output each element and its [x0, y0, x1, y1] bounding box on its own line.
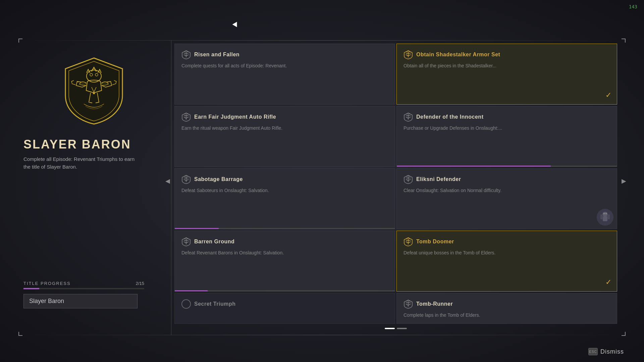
progress-bar-background: [23, 288, 144, 289]
triumph-eliksni-defender[interactable]: Eliksni Defender Clear Onslaught: Salvat…: [396, 168, 617, 229]
triumph-secret[interactable]: Secret Triumph: [174, 293, 395, 324]
triumph-description-text: Purchase or Upgrade Defenses in Onslaugh…: [404, 125, 610, 132]
triumph-header: Tomb Doomer: [404, 237, 610, 246]
triumph-title-text: Secret Triumph: [194, 301, 235, 307]
pagination: [174, 325, 617, 332]
page-dot-1[interactable]: [385, 328, 395, 329]
svg-point-24: [605, 213, 607, 215]
title-badge: Slayer Baron: [23, 294, 138, 308]
triumph-tomb-doomer[interactable]: Tomb Doomer Defeat unique bosses in the …: [396, 231, 617, 292]
triumph-title-text: Eliksni Defender: [416, 176, 461, 182]
triumph-seal-icon: [404, 299, 413, 309]
triumph-header: Risen and Fallen: [181, 50, 388, 59]
triumph-description-text: Clear Onslaught: Salvation on Normal dif…: [404, 187, 610, 194]
triumph-description-text: Defeat Saboteurs in Onslaught: Salvation…: [181, 187, 388, 194]
emblem-shield-icon: [62, 55, 126, 126]
triumph-header: Sabotage Barrage: [181, 175, 388, 184]
triumph-title-text: Tomb-Runner: [416, 301, 453, 307]
triumph-description-text: Defeat unique bosses in the Tomb of Elde…: [404, 250, 610, 256]
triumph-title-text: Risen and Fallen: [194, 52, 239, 58]
svg-point-3: [93, 92, 95, 94]
triumph-sabotage-barrage[interactable]: Sabotage Barrage Defeat Saboteurs in Ons…: [174, 168, 395, 229]
triumph-header: Eliksni Defender: [404, 175, 610, 184]
secret-triumph-icon: [181, 299, 191, 309]
triumph-seal-icon: [181, 50, 191, 59]
svg-rect-18: [603, 216, 607, 221]
fps-counter: 143: [629, 4, 637, 9]
triumph-obtain-shadestalker[interactable]: Obtain Shadestalker Armor Set Obtain all…: [396, 44, 617, 105]
scroll-left-arrow[interactable]: ◀: [164, 174, 171, 188]
triumph-progress-fill: [175, 228, 219, 229]
bottom-border: [20, 335, 624, 335]
triumph-seal-icon: [404, 50, 413, 59]
left-panel: SLAYER BARON Complete all Episode: Reven…: [20, 44, 168, 332]
svg-point-23: [603, 213, 605, 215]
triumph-header: Obtain Shadestalker Armor Set: [404, 50, 610, 59]
completion-checkmark: ✓: [605, 278, 611, 287]
triumph-description-text: Earn the ritual weapon Fair Judgment Aut…: [181, 125, 388, 132]
triumph-header: Defender of the Innocent: [404, 112, 610, 122]
triumph-title-text: Tomb Doomer: [416, 239, 454, 245]
triumph-risen-and-fallen[interactable]: Risen and Fallen Complete quests for all…: [174, 44, 395, 105]
triumph-header: Earn Fair Judgment Auto Rifle: [181, 112, 388, 122]
triumph-seal-icon: [181, 112, 191, 122]
triumph-title-text: Sabotage Barrage: [194, 176, 243, 182]
triumphs-panel: Risen and Fallen Complete quests for all…: [174, 44, 617, 332]
triumph-header: Secret Triumph: [181, 299, 388, 309]
triumph-seal-icon: [404, 175, 413, 184]
triumph-title-text: Defender of the Innocent: [416, 114, 483, 120]
triumph-progress-bar: [397, 166, 617, 167]
progress-label: TITLE PROGRESS: [23, 281, 71, 286]
corner-decoration-br: [622, 332, 626, 336]
triumph-seal-icon: [181, 237, 191, 246]
triumph-description-text: Complete laps in the Tomb of Elders.: [404, 312, 610, 319]
panel-divider: [171, 40, 171, 335]
triumphs-grid: Risen and Fallen Complete quests for all…: [174, 44, 617, 324]
top-border: [20, 40, 624, 41]
dismiss-key-icon: ESC: [588, 348, 598, 355]
seal-title: SLAYER BARON: [23, 137, 131, 152]
triumph-progress-bar: [175, 290, 395, 291]
dismiss-button[interactable]: ESC Dismiss: [588, 348, 624, 355]
eliksni-avatar: [597, 209, 613, 226]
corner-decoration-tr: [622, 39, 626, 43]
progress-count: 2/15: [136, 281, 144, 286]
corner-decoration-bl: [18, 332, 22, 336]
triumph-earn-fair-judgment[interactable]: Earn Fair Judgment Auto Rifle Earn the r…: [174, 106, 395, 167]
triumph-description-text: Complete quests for all acts of Episode:…: [181, 63, 388, 69]
triumph-progress-fill: [397, 166, 551, 167]
corner-decoration-tl: [18, 39, 22, 43]
triumph-tomb-runner[interactable]: Tomb-Runner Complete laps in the Tomb of…: [396, 293, 617, 324]
triumph-seal-icon: [404, 237, 413, 246]
triumph-title-text: Obtain Shadestalker Armor Set: [416, 52, 500, 58]
dismiss-key-label: ESC: [589, 350, 597, 354]
completion-checkmark: ✓: [605, 91, 611, 100]
triumph-header: Tomb-Runner: [404, 299, 610, 309]
triumph-seal-icon: [404, 112, 413, 122]
seal-description: Complete all Episode: Revenant Triumphs …: [23, 156, 138, 171]
triumph-description-text: Defeat Revenant Barons in Onslaught: Sal…: [181, 250, 388, 256]
triumph-header: Barren Ground: [181, 237, 388, 246]
triumph-description-text: Obtain all of the pieces in the Shadesta…: [404, 63, 610, 69]
progress-bar-fill: [23, 288, 39, 289]
svg-point-17: [602, 212, 608, 217]
triumph-defender-innocent[interactable]: Defender of the Innocent Purchase or Upg…: [396, 106, 617, 167]
triumph-title-text: Barren Ground: [194, 239, 234, 245]
triumph-barren-ground[interactable]: Barren Ground Defeat Revenant Barons in …: [174, 231, 395, 292]
page-dot-2[interactable]: [397, 328, 407, 329]
emblem-container: [60, 54, 127, 127]
scroll-right-arrow[interactable]: ▶: [621, 174, 627, 188]
triumph-seal-icon: [181, 175, 191, 184]
triumph-progress-fill: [175, 290, 208, 291]
dismiss-label: Dismiss: [600, 348, 624, 355]
progress-section: TITLE PROGRESS 2/15 Slayer Baron: [23, 281, 144, 308]
triumph-title-text: Earn Fair Judgment Auto Rifle: [194, 114, 276, 120]
triumph-progress-bar: [175, 228, 395, 229]
